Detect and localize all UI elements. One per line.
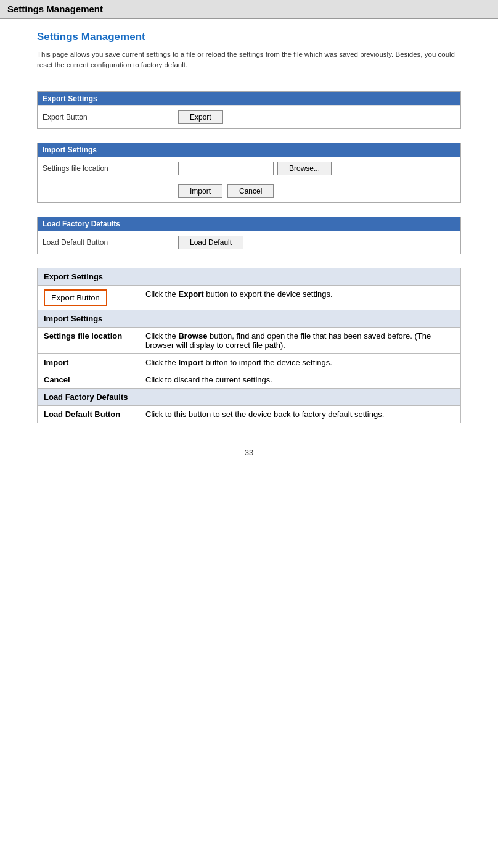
reference-table: Export Settings Export Button Click the …	[37, 268, 461, 423]
import-button[interactable]: Import	[178, 184, 222, 198]
export-button[interactable]: Export	[178, 110, 223, 124]
page-title-bar: Settings Management	[0, 0, 498, 19]
ref-settings-file-row: Settings file location Click the Browse …	[38, 327, 461, 353]
settings-file-input[interactable]	[178, 162, 274, 175]
settings-file-label: Settings file location	[43, 164, 178, 173]
ref-cancel-label: Cancel	[38, 371, 139, 388]
ref-cancel-desc: Click to discard the current settings.	[139, 371, 461, 388]
ref-export-button-desc: Click the Export button to export the de…	[139, 285, 461, 310]
ref-export-button-row: Export Button Click the Export button to…	[38, 285, 461, 310]
export-button-label: Export Button	[43, 113, 178, 122]
export-controls: Export	[178, 110, 223, 124]
factory-defaults-panel: Load Factory Defaults Load Default Butto…	[37, 217, 461, 254]
page-description: This page allows you save current settin…	[37, 49, 461, 71]
ref-load-default-desc: Click to this button to set the device b…	[139, 405, 461, 423]
ref-export-button-label: Export Button	[38, 285, 139, 310]
ref-cancel-row: Cancel Click to discard the current sett…	[38, 371, 461, 388]
export-panel-row: Export Button Export	[38, 105, 460, 128]
import-panel-header: Import Settings	[38, 143, 460, 157]
main-content: Settings Management This page allows you…	[0, 19, 498, 482]
cancel-button[interactable]: Cancel	[227, 184, 274, 198]
import-file-controls: Browse...	[178, 162, 332, 175]
factory-panel-row: Load Default Button Load Default	[38, 231, 460, 254]
factory-panel-header: Load Factory Defaults	[38, 217, 460, 231]
ref-import-desc: Click the Import button to import the de…	[139, 353, 461, 371]
ref-import-label: Import	[38, 353, 139, 371]
export-settings-panel: Export Settings Export Button Export	[37, 91, 461, 129]
ref-section-export: Export Settings	[38, 268, 461, 285]
ref-section-factory: Load Factory Defaults	[38, 388, 461, 405]
import-action-row: Import Cancel	[38, 180, 460, 202]
ref-load-default-row: Load Default Button Click to this button…	[38, 405, 461, 423]
ref-load-default-label: Load Default Button	[38, 405, 139, 423]
page-number: 33	[37, 448, 461, 457]
divider	[37, 80, 461, 80]
section-heading: Settings Management	[37, 31, 461, 43]
export-panel-header: Export Settings	[38, 92, 460, 105]
import-settings-panel: Import Settings Settings file location B…	[37, 143, 461, 203]
ref-settings-file-desc: Click the Browse button, find and open t…	[139, 327, 461, 353]
factory-controls: Load Default	[178, 236, 243, 249]
ref-import-row: Import Click the Import button to import…	[38, 353, 461, 371]
page-title: Settings Management	[7, 4, 103, 14]
load-default-label: Load Default Button	[43, 238, 178, 247]
ref-settings-file-label: Settings file location	[38, 327, 139, 353]
load-default-button[interactable]: Load Default	[178, 236, 243, 249]
import-file-row: Settings file location Browse...	[38, 157, 460, 180]
browse-button[interactable]: Browse...	[277, 162, 332, 175]
ref-section-import: Import Settings	[38, 310, 461, 327]
